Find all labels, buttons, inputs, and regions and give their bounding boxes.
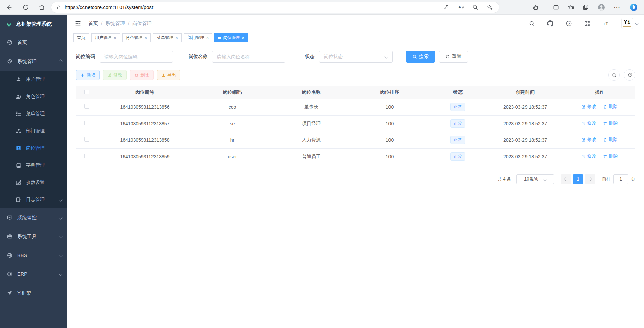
home-icon [38,4,45,11]
sidebar-item-tools[interactable]: 系统工具 [0,227,67,246]
tab-roles[interactable]: 角色管理 × [122,33,151,42]
add-favorite-button[interactable] [485,3,494,12]
zoom-out-button[interactable] [471,3,480,12]
row-checkbox[interactable] [84,104,89,109]
page-number-current[interactable]: 1 [573,174,583,184]
extensions-button[interactable] [531,3,540,12]
row-edit-button[interactable]: 修改 [581,120,596,126]
github-button[interactable] [546,19,555,28]
sidebar-collapse-button[interactable] [73,19,83,28]
sidebar-item-bbs[interactable]: BBS [0,246,67,265]
browser-settings-button[interactable]: ··· [612,3,622,11]
app-title: 意框架管理系统 [16,21,52,27]
cell-post-name: 董事长 [273,99,350,115]
favorites-button[interactable] [566,3,576,12]
caret-down-icon [635,22,639,25]
download-icon [161,73,166,77]
tab-close-icon[interactable]: × [145,36,147,40]
browser-back-button[interactable] [5,3,14,12]
user-menu[interactable]: Yi [621,18,638,29]
row-checkbox[interactable] [84,137,89,142]
next-page-button[interactable] [585,174,595,184]
copilot-button[interactable] [628,2,639,13]
col-post-code: 岗位编码 [192,86,273,99]
row-checkbox[interactable] [84,121,89,125]
sidebar-item-yi-framework[interactable]: Yi框架 [0,284,67,302]
breadcrumb-separator: / [128,21,129,26]
tab-close-icon[interactable]: × [175,36,178,40]
row-edit-button[interactable]: 修改 [581,137,596,143]
post-code-input[interactable] [100,51,173,63]
export-button[interactable]: 导出 [157,70,180,80]
table-search-toggle-button[interactable] [608,69,620,81]
status-select[interactable]: 岗位状态 [319,51,393,63]
browser-home-button[interactable] [37,3,46,12]
prev-page-button[interactable] [561,174,571,184]
sidebar-item-departments[interactable]: 部门管理 [0,122,67,139]
tab-departments[interactable]: 部门管理 × [184,33,213,42]
sidebar-item-label: 系统管理 [17,58,37,65]
row-edit-button[interactable]: 修改 [581,153,596,159]
sidebar-item-menus[interactable]: 菜单管理 [0,105,67,122]
browser-refresh-button[interactable] [21,3,30,12]
add-button[interactable]: 新增 [76,70,100,80]
sidebar-item-logs[interactable]: 日志管理 [0,191,67,208]
sidebar-item-home[interactable]: 首页 [0,33,67,52]
fullscreen-button[interactable] [583,19,592,28]
tab-users[interactable]: 用户管理 × [91,33,120,42]
row-edit-button[interactable]: 修改 [581,104,596,110]
header-search-button[interactable] [527,19,536,28]
split-screen-button[interactable] [551,3,561,12]
breadcrumb-system[interactable]: 系统管理 [105,20,125,27]
content-area: 岗位编码 岗位名称 状态 岗位状态 搜索 [67,44,644,184]
split-screen-icon [553,4,560,11]
row-delete-button[interactable]: 删除 [603,137,618,143]
delete-button[interactable]: 删除 [130,70,154,80]
sidebar-item-monitor[interactable]: 系统监控 [0,208,67,227]
breadcrumb-home[interactable]: 首页 [88,20,98,27]
url-bar[interactable]: https://ccnetcore.com:1101/system/post A [51,2,499,13]
read-aloud-button[interactable]: A [456,3,465,12]
cell-created: 2023-03-29 18:52:37 [486,132,564,148]
tab-menus[interactable]: 菜单管理 × [153,33,182,42]
posts-table: 岗位编号 岗位编码 岗位名称 岗位排序 状态 创建时间 操作 164103059… [76,86,635,165]
edit-icon [581,138,586,142]
font-size-button[interactable]: TT [601,19,612,28]
sidebar-item-posts[interactable]: 岗位管理 [0,139,67,157]
collections-button[interactable] [581,3,590,12]
goto-page-input[interactable] [613,174,628,184]
cell-post-sort: 100 [350,132,429,148]
select-all-checkbox[interactable] [84,90,89,94]
copilot-icon [629,3,638,12]
sidebar-item-users[interactable]: 用户管理 [0,71,67,88]
row-delete-button[interactable]: 删除 [603,104,618,110]
key-icon [443,4,449,10]
post-name-input[interactable] [212,51,285,63]
tab-home[interactable]: 首页 [73,33,89,42]
row-checkbox[interactable] [84,154,89,158]
tab-close-icon[interactable]: × [206,36,209,40]
tab-posts-active[interactable]: 岗位管理 × [214,33,248,42]
sidebar-item-parameters[interactable]: 参数设置 [0,174,67,191]
page-size-select[interactable]: 10条/页 [516,174,554,184]
sidebar-item-system[interactable]: 系统管理 [0,52,67,71]
browser-profile-button[interactable] [596,2,607,13]
globe-icon [7,271,13,277]
search-button-label: 搜索 [419,54,429,60]
tab-close-icon[interactable]: × [114,36,116,40]
search-button[interactable]: 搜索 [406,51,435,63]
password-button[interactable] [442,3,451,12]
sidebar-item-erp[interactable]: ERP [0,265,67,284]
row-delete-button[interactable]: 删除 [603,120,618,126]
table-refresh-button[interactable] [624,69,635,81]
row-delete-button[interactable]: 删除 [603,153,618,159]
users-icon [15,94,22,100]
sidebar-item-dictionary[interactable]: 字典管理 [0,157,67,174]
edit-button[interactable]: 修改 [103,70,127,80]
sidebar-item-label: 菜单管理 [26,111,45,117]
reset-button[interactable]: 重置 [439,51,468,63]
cell-post-id: 1641030593112313857 [98,115,192,132]
help-button[interactable]: ? [564,19,573,28]
tab-close-icon[interactable]: × [242,36,244,40]
sidebar-item-roles[interactable]: 角色管理 [0,88,67,105]
